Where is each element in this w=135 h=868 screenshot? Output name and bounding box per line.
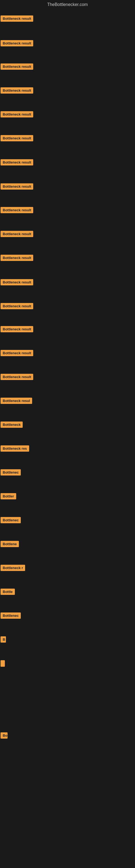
bottleneck-result-item[interactable]: Bottleneck result bbox=[1, 87, 33, 95]
bottleneck-label: Bottlenec bbox=[1, 469, 21, 475]
bottleneck-label: Bottleneck result bbox=[1, 159, 33, 165]
bottleneck-label: Bottlenec bbox=[1, 517, 21, 523]
bottleneck-result-item[interactable]: Bottlene bbox=[1, 541, 19, 548]
bottleneck-result-item[interactable]: Bottleneck bbox=[1, 422, 23, 429]
bottleneck-label: Bottleneck result bbox=[1, 135, 33, 141]
bottleneck-result-item[interactable]: Bottlenec bbox=[1, 469, 21, 476]
bottleneck-result-item[interactable]: Bottleneck result bbox=[1, 303, 33, 310]
bottleneck-label: Bottleneck result bbox=[1, 231, 33, 237]
bottleneck-label: Bottleneck result bbox=[1, 63, 33, 70]
bottleneck-result-item[interactable]: Bottleneck result bbox=[1, 40, 33, 48]
bottleneck-label: Bottleneck result bbox=[1, 374, 33, 380]
bottleneck-result-item[interactable]: Bottlenec bbox=[1, 613, 21, 620]
bottleneck-result-item[interactable]: Bottler bbox=[1, 493, 16, 500]
bottleneck-result-item[interactable]: Bottleneck result bbox=[1, 255, 33, 262]
bottleneck-label: Bottle bbox=[1, 589, 15, 595]
bottleneck-result-item[interactable]: Bottleneck result bbox=[1, 111, 33, 119]
bottleneck-label: Bottlene bbox=[1, 541, 19, 547]
bottleneck-result-item[interactable]: Bottleneck resul bbox=[1, 398, 32, 405]
bottleneck-result-item[interactable]: Bottleneck result bbox=[1, 16, 33, 23]
bottleneck-result-item[interactable]: Bottleneck result bbox=[1, 183, 33, 191]
bottleneck-result-item[interactable]: Bottleneck result bbox=[1, 135, 33, 143]
bottleneck-label: Bottleneck bbox=[1, 422, 23, 428]
bottleneck-result-item[interactable]: Bottleneck res bbox=[1, 445, 29, 453]
bottleneck-label: Bottleneck result bbox=[1, 350, 33, 356]
site-title: TheBottlenecker.com bbox=[0, 0, 135, 9]
bottleneck-result-item[interactable]: Bottleneck r bbox=[1, 565, 25, 572]
bottleneck-label: Bo bbox=[1, 733, 8, 739]
bottleneck-result-item[interactable]: Bottleneck result bbox=[1, 63, 33, 71]
bottleneck-label: Bottleneck result bbox=[1, 303, 33, 309]
bottleneck-label: Bottler bbox=[1, 493, 16, 499]
bottleneck-result-item[interactable]: Bottleneck result bbox=[1, 207, 33, 214]
bottleneck-label: Bottleneck result bbox=[1, 16, 33, 22]
bottleneck-label: Bottleneck resul bbox=[1, 398, 32, 404]
bottleneck-result-item[interactable]: Bottle bbox=[1, 589, 15, 596]
bottleneck-label: Bottleneck result bbox=[1, 87, 33, 94]
bottleneck-label: Bottleneck result bbox=[1, 279, 33, 285]
bottleneck-label: Bottlenec bbox=[1, 613, 21, 619]
bottleneck-result-item[interactable]: Bottleneck result bbox=[1, 231, 33, 238]
bottleneck-result-item[interactable]: B bbox=[1, 637, 6, 644]
bottleneck-label: B bbox=[1, 637, 6, 643]
bottleneck-result-item[interactable]: Bottleneck result bbox=[1, 279, 33, 286]
bottleneck-label: Bottleneck result bbox=[1, 255, 33, 261]
bottleneck-label: Bottleneck result bbox=[1, 207, 33, 213]
bottleneck-result-item[interactable] bbox=[1, 660, 5, 668]
bottleneck-result-item[interactable]: Bottlenec bbox=[1, 517, 21, 524]
bottleneck-result-item[interactable]: Bo bbox=[1, 733, 8, 740]
bottleneck-result-item[interactable]: Bottleneck result bbox=[1, 326, 33, 333]
bottleneck-label: Bottleneck result bbox=[1, 183, 33, 190]
bottleneck-label: Bottleneck result bbox=[1, 111, 33, 118]
bottleneck-label bbox=[1, 660, 5, 667]
bottleneck-label: Bottleneck result bbox=[1, 326, 33, 332]
bottleneck-label: Bottleneck r bbox=[1, 565, 25, 571]
bottleneck-result-item[interactable]: Bottleneck result bbox=[1, 374, 33, 381]
bottleneck-result-item[interactable]: Bottleneck result bbox=[1, 159, 33, 166]
bottleneck-label: Bottleneck result bbox=[1, 40, 33, 46]
bottleneck-result-item[interactable]: Bottleneck result bbox=[1, 350, 33, 357]
bottleneck-label: Bottleneck res bbox=[1, 445, 29, 452]
